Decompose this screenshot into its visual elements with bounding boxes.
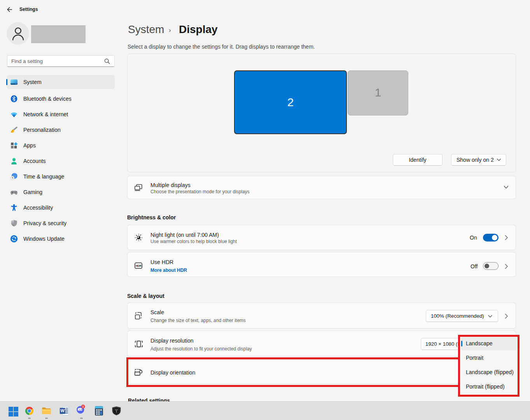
svg-text:HDR: HDR (136, 264, 142, 268)
svg-text:1: 1 (82, 405, 84, 408)
svg-text:W: W (61, 408, 65, 413)
